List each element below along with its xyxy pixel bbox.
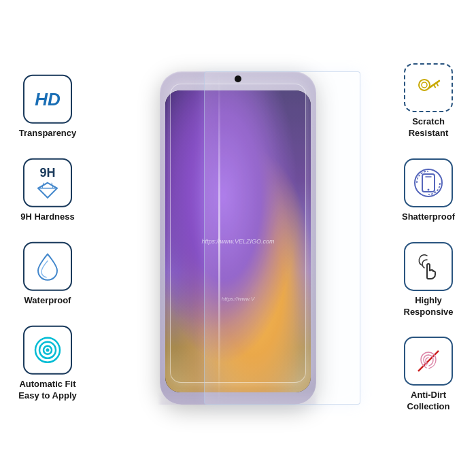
anti-dirt-label: Anti-Dirt Collection (407, 390, 450, 413)
scratch-icon-box (404, 63, 453, 112)
water-drop-icon (35, 252, 60, 282)
svg-point-7 (46, 348, 49, 352)
hd-icon: HD (35, 88, 61, 109)
auto-fit-label: Automatic Fit Easy to Apply (18, 378, 76, 401)
touch-icon-box (404, 242, 453, 291)
phone-center: https://www.VELZIGO.com https://www.V (129, 27, 347, 449)
feature-highly-responsive: Highly Responsive (404, 242, 454, 318)
waterproof-icon-box (23, 242, 72, 291)
svg-marker-0 (38, 183, 57, 198)
watermark-text: https://www.VELZIGO.com (201, 238, 274, 245)
feature-scratch-resistant: Scratch Resistant (404, 63, 453, 139)
watermark-text-2: https://www.V (222, 296, 254, 302)
scratch-label: Scratch Resistant (409, 116, 449, 139)
svg-point-9 (422, 82, 427, 88)
feature-waterproof: Waterproof (23, 242, 72, 307)
feature-hd-transparency: HD Transparency (19, 75, 77, 139)
9h-icon-box: 9H (23, 158, 72, 207)
phone-screen: https://www.VELZIGO.com https://www.V (165, 90, 311, 392)
svg-point-15 (428, 188, 430, 190)
svg-line-12 (434, 84, 435, 87)
target-icon (31, 333, 64, 366)
screen-background: https://www.VELZIGO.com https://www.V (165, 90, 311, 392)
waterproof-label: Waterproof (24, 295, 71, 307)
touch-icon (413, 252, 443, 282)
9h-icon: 9H (37, 166, 58, 199)
phone-wrap: https://www.VELZIGO.com https://www.V (160, 71, 316, 405)
shatterproof-label: Shatterproof (402, 211, 455, 223)
key-icon (415, 74, 442, 101)
phone-notch (235, 75, 241, 82)
feature-shatterproof: Shatterproof (402, 158, 455, 223)
feature-anti-dirt: Anti-Dirt Collection (404, 337, 453, 413)
hd-icon-box: HD (23, 75, 72, 124)
right-features: Scratch Resistant Shatterproof (388, 63, 469, 413)
highly-responsive-label: Highly Responsive (404, 295, 454, 318)
diamond-icon (37, 182, 58, 199)
auto-fit-icon-box (23, 325, 72, 374)
feature-9h-hardness: 9H 9H Hardness (20, 158, 74, 223)
phone-reflection (160, 388, 316, 405)
9h-label: 9H Hardness (20, 211, 74, 223)
anti-dirt-icon-box (404, 337, 453, 386)
fingerprint-icon (413, 345, 444, 377)
svg-line-11 (437, 83, 438, 86)
phone-circle-icon (413, 167, 444, 199)
hd-label: Transparency (19, 128, 77, 139)
feature-auto-fit: Automatic Fit Easy to Apply (18, 325, 76, 401)
main-container: HD Transparency 9H 9H Hardness (0, 0, 476, 476)
left-features: HD Transparency 9H 9H Hardness (7, 75, 88, 401)
shatterproof-icon-box (404, 158, 453, 207)
phone-body: https://www.VELZIGO.com https://www.V (160, 71, 316, 405)
